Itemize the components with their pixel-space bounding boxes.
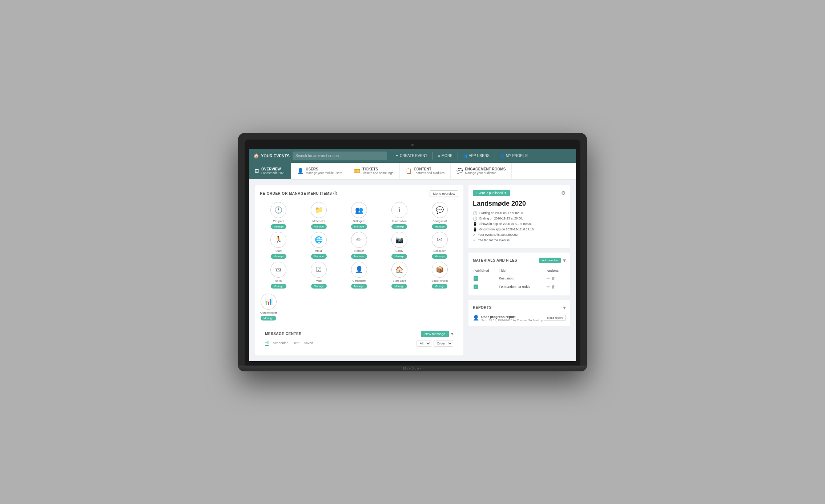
- begorordret-manage-button[interactable]: Manage: [432, 284, 447, 289]
- filter-all-select[interactable]: All: [416, 340, 431, 347]
- tab-all[interactable]: All: [265, 341, 269, 346]
- delete-icon-row2[interactable]: 🗑: [551, 285, 555, 289]
- message-center-collapse-button[interactable]: ▾: [451, 331, 453, 336]
- materialer-label: Materialer: [312, 219, 325, 223]
- message-center-header-right: New message ▾: [421, 331, 453, 337]
- program-manage-button[interactable]: Manage: [271, 224, 286, 229]
- event-end-text: Ending on 2020-11-23 at 20:00.: [479, 217, 523, 220]
- content-sub: Features and Modules: [414, 171, 445, 175]
- camera-dot: [411, 144, 414, 146]
- mit3f-icon: 🌐: [311, 232, 327, 248]
- tab-tickets[interactable]: 🎫 TICKETS Tickets and name tags: [348, 163, 399, 179]
- event-detail-start: 🕐 Starting on 2020-08-17 at 02:00.: [473, 211, 566, 215]
- valg-manage-button[interactable]: Manage: [311, 284, 327, 289]
- clock-icon-end: 🕐: [473, 217, 477, 221]
- overview-label: OVERVIEW: [261, 167, 285, 171]
- social-icon: 📷: [391, 232, 407, 248]
- social-manage-button[interactable]: Manage: [391, 254, 407, 259]
- materialer-manage-button[interactable]: Manage: [311, 224, 327, 229]
- settings-gear-icon[interactable]: ⚙: [561, 190, 566, 196]
- tab-content[interactable]: 📋 CONTENT Features and Modules: [400, 163, 451, 179]
- edit-icon-row2[interactable]: ✏: [547, 285, 550, 289]
- nav-divider-2: [432, 152, 433, 160]
- event-id-text: Your event ID is 2844200002.: [478, 233, 519, 237]
- my-profile-label: MY PROFILE: [506, 154, 528, 158]
- begorordret-label: Begør ordret: [431, 279, 448, 282]
- reports-collapse-icon[interactable]: ▾: [563, 304, 566, 311]
- search-input[interactable]: [293, 152, 387, 160]
- tab-users[interactable]: 👤 USERS Manage your mobile users: [291, 163, 348, 179]
- checkbox-row1[interactable]: ✓: [474, 276, 478, 281]
- notater-label: Notater: [354, 249, 364, 253]
- create-event-icon: ✦: [395, 154, 398, 158]
- checkbox-row2[interactable]: ✓: [474, 285, 478, 289]
- beskeder-icon: ✉: [432, 232, 448, 248]
- create-event-button[interactable]: ✦ CREATE EVENT: [393, 154, 430, 158]
- notater-manage-button[interactable]: Manage: [351, 254, 367, 259]
- menu-item-beskeder: ✉ Beskeder Manage: [421, 232, 458, 259]
- new-message-button[interactable]: New message: [421, 331, 449, 337]
- menu-items-title: RE-ORDER OR MANAGE MENU ITEMS ⓘ: [260, 191, 337, 196]
- edit-icon-row1[interactable]: ✏: [547, 276, 550, 281]
- app-users-label: APP USERS: [469, 154, 490, 158]
- message-tabs: All Scheduled Sent Saved: [265, 341, 313, 346]
- make-report-button[interactable]: Make report: [544, 315, 566, 321]
- phone-icon-shows: 📱: [473, 222, 477, 226]
- candidate-label: Candidate: [353, 279, 366, 282]
- sporgsmaal-icon: 💬: [432, 202, 448, 218]
- tab-overview[interactable]: ⊞ OVERVIEW Landsmøde 2020: [249, 163, 291, 179]
- start-manage-button[interactable]: Manage: [271, 254, 286, 259]
- report-user-icon: 👤: [473, 315, 479, 320]
- row1-actions: ✏ 🗑: [546, 274, 566, 283]
- program-label: Program: [273, 219, 284, 223]
- deltagere-manage-button[interactable]: Manage: [351, 224, 367, 229]
- information-manage-button[interactable]: Manage: [391, 224, 407, 229]
- more-button[interactable]: ≡ MORE: [436, 154, 455, 158]
- billet-icon: 🎟: [270, 262, 286, 278]
- materials-collapse-icon[interactable]: ▾: [563, 257, 566, 264]
- candidate-manage-button[interactable]: Manage: [351, 284, 367, 289]
- startpage-manage-button[interactable]: Manage: [391, 284, 407, 289]
- my-profile-button[interactable]: 👤 MY PROFILE: [498, 154, 530, 158]
- menu-item-social: 📷 Social Manage: [381, 232, 418, 259]
- published-label: Event is published: [476, 191, 503, 195]
- row1-published: ✓: [473, 274, 498, 283]
- tab-engagement[interactable]: 💬 ENGAGEMENT ROOMS Manage your audience: [451, 163, 512, 179]
- materialer-icon: 📁: [311, 202, 327, 218]
- tab-sent[interactable]: Sent: [293, 341, 300, 346]
- published-dropdown-icon: ▾: [504, 191, 506, 195]
- beskeder-manage-button[interactable]: Manage: [432, 254, 447, 259]
- engagement-icon: 💬: [456, 168, 463, 174]
- event-detail-ghost: 📱 Ghost from app on 2029-12-12 at 12:10.: [473, 227, 566, 231]
- afstemninger-manage-button[interactable]: Manage: [261, 316, 276, 320]
- published-badge-button[interactable]: Event is published ▾: [473, 190, 510, 196]
- menu-item-notater: ✏ Notater Manage: [341, 232, 378, 259]
- tab-saved[interactable]: Saved: [304, 341, 313, 346]
- materials-title: MATERIALS AND FILES: [473, 258, 517, 262]
- app-users-button[interactable]: 👥 APP USERS: [461, 154, 492, 158]
- tickets-label: TICKETS: [362, 167, 393, 171]
- row2-title: Formanden har ordet: [498, 283, 546, 291]
- tab-scheduled[interactable]: Scheduled: [273, 341, 289, 346]
- check-icon-tag: ✓: [473, 238, 476, 242]
- event-info-card: Event is published ▾ ⚙ Landsmøde 2020 🕐 …: [468, 185, 570, 248]
- valg-label: Valg: [316, 279, 321, 282]
- menu-grid: 🕐 Program Manage 📁 Materialer Manage: [260, 202, 458, 289]
- information-icon: ℹ: [391, 202, 407, 218]
- add-new-file-button[interactable]: Add new file: [539, 258, 561, 263]
- engagement-label: ENGAGEMENT ROOMS: [465, 167, 506, 171]
- event-detail-shows: 📱 Shows in app on 2020-01-01 at 00:00.: [473, 222, 566, 226]
- materials-table: Published Title Actions ✓ Kususapp: [473, 267, 566, 291]
- filter-order-select[interactable]: Order: [434, 340, 453, 347]
- overview-sub: Landsmøde 2020: [261, 171, 285, 175]
- social-label: Social: [395, 249, 403, 253]
- brand-logo[interactable]: 🏠 YOUR EVENTS: [253, 153, 290, 158]
- delete-icon-row1[interactable]: 🗑: [551, 276, 555, 281]
- billet-manage-button[interactable]: Manage: [271, 284, 286, 289]
- menu-overview-button[interactable]: Menu overview: [430, 190, 458, 197]
- laptop-base: MacBook: [238, 366, 587, 371]
- sporgsmaal-manage-button[interactable]: Manage: [432, 224, 447, 229]
- left-panel: RE-ORDER OR MANAGE MENU ITEMS ⓘ Menu ove…: [255, 185, 463, 355]
- mit3f-manage-button[interactable]: Manage: [311, 254, 327, 259]
- program-icon: 🕐: [270, 202, 286, 218]
